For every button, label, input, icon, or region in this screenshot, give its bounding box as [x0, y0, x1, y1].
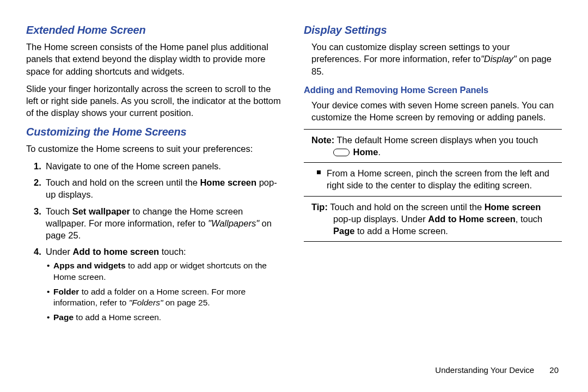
footer-page-number: 20	[549, 365, 559, 376]
heading-adding-removing-panels: Adding and Removing Home Screen Panels	[304, 84, 562, 96]
heading-extended-home-screen: Extended Home Screen	[26, 23, 284, 38]
divider-tip-top	[304, 196, 562, 197]
home-button-icon	[333, 149, 350, 156]
sub-folder: Folder to add a folder on a Home screen.…	[47, 286, 284, 309]
tip-label: Tip:	[311, 202, 328, 212]
para-display-1: You can customize display screen setting…	[311, 41, 562, 77]
sub-apps-widgets: Apps and widgets to add app or widget sh…	[47, 260, 284, 283]
divider-mid	[304, 162, 562, 163]
steps-list: 1.Navigate to one of the Home screen pan…	[34, 160, 284, 323]
step-2: 2. Touch and hold on the screen until th…	[34, 176, 284, 201]
note-label: Note:	[311, 135, 334, 145]
para-customize-intro: To customize the Home screens to suit yo…	[26, 143, 284, 155]
sub-page: Page to add a Home screen.	[47, 312, 284, 323]
para-add-1: Your device comes with seven Home screen…	[311, 99, 562, 124]
para-extended-2: Slide your finger horizontally across th…	[26, 83, 284, 119]
heading-customizing: Customizing the Home Screens	[26, 125, 284, 139]
step-3: 3. Touch Set wallpaper to change the Hom…	[34, 205, 284, 242]
tip-block: Tip: Touch and hold on the screen until …	[311, 201, 562, 237]
two-column-layout: Extended Home Screen The Home screen con…	[26, 20, 562, 362]
footer-section: Understanding Your Device	[435, 365, 534, 375]
step-4: 4. Under Add to home screen touch: Apps …	[34, 246, 284, 323]
para-extended-1: The Home screen consists of the Home pan…	[26, 41, 284, 77]
step-1: 1.Navigate to one of the Home screen pan…	[34, 160, 284, 172]
note-block: Note: The default Home screen displays w…	[311, 134, 562, 158]
page-footer: Understanding Your Device 20	[26, 365, 562, 376]
sub-bullets: Apps and widgets to add app or widget sh…	[47, 260, 284, 324]
pinch-instruction: From a Home screen, pinch the screen fro…	[317, 167, 562, 192]
right-column: Display Settings You can customize displ…	[304, 20, 562, 362]
divider-top	[304, 129, 562, 130]
heading-display-settings: Display Settings	[304, 23, 562, 38]
divider-tip-bottom	[304, 241, 562, 242]
left-column: Extended Home Screen The Home screen con…	[26, 20, 284, 362]
manual-page: Extended Home Screen The Home screen con…	[0, 0, 588, 392]
pinch-instruction-list: From a Home screen, pinch the screen fro…	[317, 167, 562, 192]
